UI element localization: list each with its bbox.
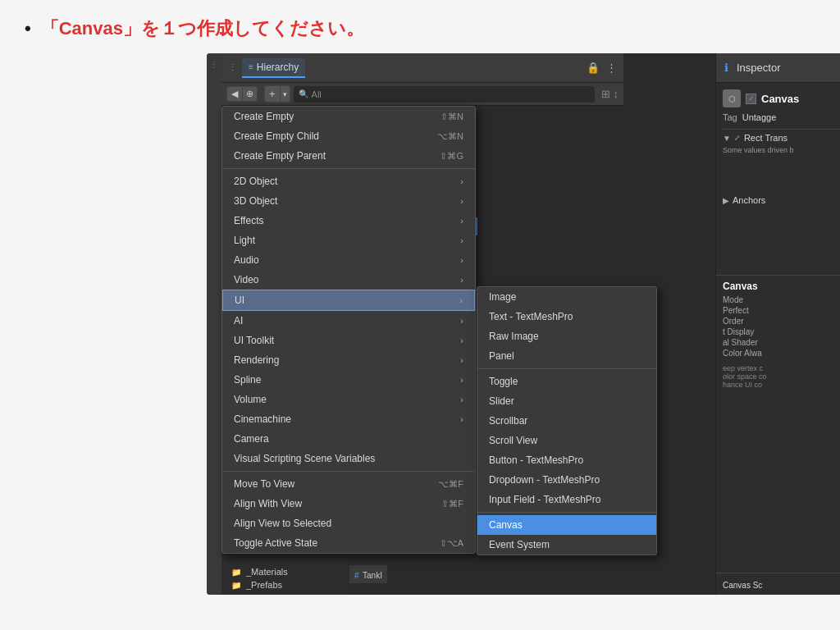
submenu-button[interactable]: Button - TextMeshPro (477, 450, 656, 470)
prop-shader: al Shader (723, 338, 840, 347)
menu-dots-icon: ⋮ (228, 62, 237, 73)
submenu-toggle[interactable]: Toggle (477, 372, 656, 391)
menu-create-empty[interactable]: Create Empty ⇧⌘N (222, 107, 475, 126)
bullet: • (25, 18, 31, 39)
canvas-props: Mode Perfect Order t Display al Shader C… (723, 295, 840, 358)
menu-align-with-view[interactable]: Align With View ⇧⌘F (222, 494, 475, 514)
info-icon: ℹ (724, 62, 728, 74)
active-checkbox[interactable]: ✓ (746, 94, 756, 104)
menu-video[interactable]: Video › (222, 270, 475, 290)
inspector-panel: ℹ Inspector ⬡ ✓ Canvas Tag Untagge ▼ ⤢ R… (715, 53, 840, 595)
submenu-textmeshpro[interactable]: Text - TextMeshPro (477, 307, 656, 326)
submenu-raw-image[interactable]: Raw Image (477, 326, 656, 346)
open-bracket: 「 (41, 18, 59, 39)
inspector-title: Inspector (737, 62, 780, 74)
menu-ui-toolkit[interactable]: UI Toolkit › (222, 331, 475, 350)
dropdown-menu: Create Empty ⇧⌘N Create Empty Child ⌥⌘N … (221, 106, 476, 554)
hierarchy-list-icon: ≡ (249, 62, 253, 71)
sort-icon[interactable]: ↕ (614, 88, 619, 100)
menu-create-empty-child[interactable]: Create Empty Child ⌥⌘N (222, 126, 475, 146)
prop-order: Order (723, 317, 840, 326)
menu-3d-object[interactable]: 3D Object › (222, 191, 475, 211)
menu-volume[interactable]: Volume › (222, 390, 475, 409)
materials-folder[interactable]: 📁 _Materials (228, 565, 342, 578)
tank-item: # TankI (349, 565, 387, 583)
partial-text-3: hance UI co (723, 381, 840, 389)
tank-label: TankI (363, 571, 382, 580)
rect-transform-title: Rect Trans (744, 133, 788, 143)
prop-perfect: Perfect (723, 306, 840, 315)
menu-toggle-active[interactable]: Toggle Active State ⇧⌥A (222, 533, 475, 553)
canvas-sc-label: Canvas Sc (723, 581, 762, 590)
menu-effects[interactable]: Effects › (222, 211, 475, 231)
add-dropdown-btn[interactable]: ▾ (281, 89, 290, 100)
menu-move-to-view[interactable]: Move To View ⌥⌘F (222, 474, 475, 494)
canvas-component-section: Canvas Mode Perfect Order t Display al S… (716, 275, 840, 394)
menu-audio[interactable]: Audio › (222, 250, 475, 270)
canvas-sc-section: Canvas Sc (716, 573, 840, 595)
prop-color: Color Alwa (723, 349, 840, 358)
search-placeholder: All (312, 89, 322, 99)
hierarchy-title: Hierarchy (257, 62, 299, 73)
expand-arrow[interactable]: ▼ (723, 134, 731, 143)
transform-icon: ⤢ (734, 134, 741, 142)
menu-cinemachine[interactable]: Cinemachine › (222, 409, 475, 429)
instruction-content: 「Canvas」を１つ作成してください。 (41, 16, 364, 41)
submenu-scroll-view[interactable]: Scroll View (477, 431, 656, 450)
canvas-word: Canvas (59, 18, 123, 39)
submenu-slider[interactable]: Slider (477, 391, 656, 411)
menu-2d-object[interactable]: 2D Object › (222, 171, 475, 191)
prefabs-folder[interactable]: 📁 _Prefabs (228, 578, 342, 591)
hierarchy-header-icons: 🔒 ⋮ (587, 62, 617, 74)
menu-create-empty-parent[interactable]: Create Empty Parent ⇧⌘G (222, 146, 475, 166)
lock-icon: 🔒 (587, 62, 600, 74)
submenu-event-system[interactable]: Event System (477, 535, 656, 555)
submenu-input-field[interactable]: Input Field - TextMeshPro (477, 490, 656, 509)
submenu-panel[interactable]: Panel (477, 346, 656, 366)
canvas-name-row: ⬡ ✓ Canvas (723, 89, 840, 107)
canvas-object-name: Canvas (761, 93, 799, 105)
folder-icon-prefabs: 📁 (231, 581, 241, 590)
scene-view-icon[interactable]: ⊞ (601, 88, 610, 100)
hash-icon: # (354, 571, 359, 580)
anchors-label: Anchors (733, 195, 765, 205)
close-bracket: 」を１つ作成してください。 (123, 18, 364, 39)
drag-handle: ⋮ (207, 53, 221, 595)
menu-rendering[interactable]: Rendering › (222, 350, 475, 370)
hierarchy-tab[interactable]: ≡ Hierarchy (242, 58, 305, 78)
menu-spline[interactable]: Spline › (222, 370, 475, 390)
submenu-image[interactable]: Image (477, 287, 656, 307)
partial-text-1: eep vertex c (723, 364, 840, 372)
prop-display: t Display (723, 327, 840, 336)
menu-camera[interactable]: Camera (222, 429, 475, 449)
ui-submenu: Image Text - TextMeshPro Raw Image Panel… (477, 286, 657, 555)
submenu-scrollbar[interactable]: Scrollbar (477, 411, 656, 431)
menu-ui[interactable]: UI › Image Text - TextMeshPro Raw Image … (222, 290, 475, 311)
driven-text: Some values driven b (723, 146, 840, 154)
folder-icon-materials: 📁 (231, 568, 241, 577)
inspector-header: ℹ Inspector (716, 53, 840, 83)
anchors-arrow[interactable]: ▶ (723, 196, 729, 205)
screenshot-container: ⋮ ⋮ ≡ Hierarchy 🔒 ⋮ ◀ ⊕ + ▾ 🔍 All ⊞ (207, 53, 840, 595)
search-area[interactable]: 🔍 All (294, 86, 595, 103)
anchors-section: ▶ Anchors (723, 195, 840, 205)
submenu-canvas[interactable]: Canvas (477, 515, 656, 535)
add-plus-btn[interactable]: + (265, 86, 281, 102)
prop-mode: Mode (723, 295, 840, 304)
hierarchy-bottom: 📁 _Materials 📁 _Prefabs (221, 562, 349, 595)
menu-visual-scripting[interactable]: Visual Scripting Scene Variables (222, 449, 475, 468)
back-arrow-btn[interactable]: ◀ (227, 87, 243, 101)
partial-texts: eep vertex c olor space co hance UI co (723, 364, 840, 389)
menu-light[interactable]: Light › (222, 231, 475, 250)
submenu-divider-2 (477, 512, 656, 513)
toolbar-row: ◀ ⊕ + ▾ 🔍 All ⊞ ↕ (221, 83, 623, 106)
divider-2 (222, 471, 475, 472)
search-icon: 🔍 (299, 89, 308, 98)
menu-align-view-selected[interactable]: Align View to Selected (222, 514, 475, 533)
globe-btn[interactable]: ⊕ (243, 87, 257, 101)
mode-label: Mode (723, 295, 743, 304)
submenu-dropdown[interactable]: Dropdown - TextMeshPro (477, 470, 656, 490)
submenu-divider-1 (477, 368, 656, 369)
menu-ai[interactable]: AI › (222, 311, 475, 331)
tag-value: Untagge (742, 112, 777, 122)
